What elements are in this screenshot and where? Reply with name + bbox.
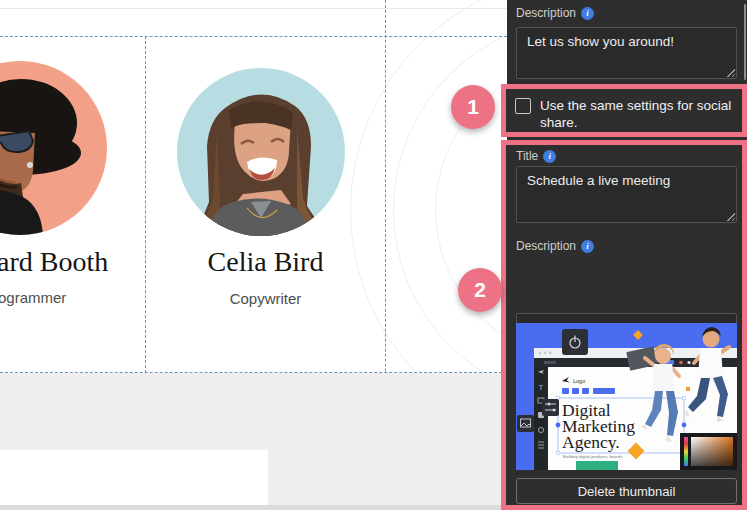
social-share-checkbox-label[interactable]: Use the same settings for social share. [540, 97, 733, 124]
avatar-man-illustration [0, 61, 107, 235]
thumb-side-toolbar [534, 367, 548, 470]
avatar-woman-illustration [177, 68, 345, 236]
member-role: Copywriter [146, 290, 385, 307]
info-icon[interactable]: i [581, 7, 594, 20]
annotation-badge-1: 1 [451, 85, 495, 129]
highlight-box-2: Title i Schedule a live meeting Descript… [501, 140, 747, 510]
panel-scrollbar[interactable] [744, 4, 746, 80]
section-divider-line [0, 8, 507, 9]
thumb-logo-text: Logo [573, 378, 585, 384]
guide-line-vertical-card1 [145, 36, 146, 373]
delete-thumbnail-button[interactable]: Delete thumbnail [516, 478, 737, 504]
canvas-bottom-edge [0, 505, 507, 510]
highlight-box-1: Use the same settings for social share. [501, 84, 747, 137]
thumb-headline-line3: Agency. [562, 432, 620, 452]
thumb-selection-handle [682, 423, 687, 428]
thumb-subtext: Building digital products, brands [563, 454, 622, 459]
thumb-tool-chip [517, 415, 534, 432]
title-label: Title i [516, 149, 556, 163]
thumb-green-button [576, 461, 618, 470]
title-label-text: Title [516, 149, 538, 163]
member-role: ogrammer [0, 289, 66, 306]
description-label-text: Description [516, 239, 576, 253]
description-label-1: Description i [516, 6, 594, 20]
avatar-member-2[interactable] [177, 68, 345, 236]
member-name: Celia Bird [146, 246, 385, 278]
title-field-wrap: Schedule a live meeting [516, 166, 737, 223]
annotation-badge-2: 2 [458, 268, 502, 312]
avatar-member-1[interactable] [0, 61, 107, 235]
meeting-thumbnail-image[interactable]: T Logo Digital Marketing Agency. Buildin… [516, 323, 737, 470]
info-icon[interactable]: i [543, 150, 556, 163]
svg-text:T: T [539, 384, 544, 391]
description-label-2: Description i [516, 239, 594, 253]
social-share-checkbox[interactable] [515, 98, 531, 114]
description-label-text: Description [516, 6, 576, 20]
description-input-1[interactable]: Let us show you around! [516, 27, 737, 79]
next-section-block [0, 450, 268, 505]
info-icon[interactable]: i [581, 240, 594, 253]
thumb-tool-chip [542, 399, 559, 416]
description-field-1-wrap: Let us show you around! [516, 27, 737, 79]
thumb-color-picker [680, 433, 737, 470]
title-input[interactable]: Schedule a live meeting [516, 166, 737, 223]
member-name: ard Booth [0, 246, 108, 278]
thumb-selection-handle [556, 423, 561, 428]
guide-line-horizontal-top [0, 36, 507, 37]
